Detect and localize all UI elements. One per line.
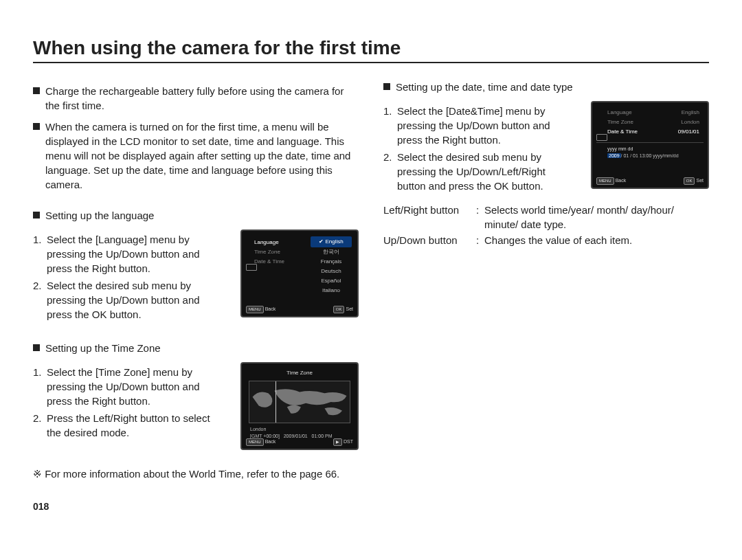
- menu-option-selected: ✔ English: [311, 236, 352, 247]
- bullet-icon: [33, 212, 40, 219]
- step-number: 2.: [33, 278, 47, 322]
- menu-value: 09/01/01: [678, 127, 699, 137]
- play-tag: ▶: [333, 438, 342, 446]
- tz-title: Time Zone: [246, 369, 353, 377]
- menu-item: Language: [254, 238, 284, 247]
- intro-bullet-2: When the camera is turned on for the fir…: [33, 120, 359, 192]
- desc-colon: :: [476, 203, 484, 232]
- dt-step-1: 1. Select the [Date&Time] menu by pressi…: [383, 104, 583, 147]
- desc-colon: :: [476, 233, 484, 247]
- step-text: Select the desired sub menu by pressing …: [47, 278, 232, 322]
- note-text: For more information about the World Tim…: [45, 468, 339, 480]
- menu-item: Date & Time: [254, 257, 284, 267]
- section-language-title: Setting up the language: [45, 208, 154, 223]
- worldtime-note: ※ For more information about the World T…: [33, 467, 359, 481]
- year-field: 2009: [607, 153, 621, 158]
- step-number: 2.: [383, 150, 397, 193]
- menu-option: Español: [311, 276, 352, 286]
- menu-item: Language: [607, 108, 632, 117]
- screenshot-datetime: LanguageEnglish Time ZoneLondon Date & T…: [591, 101, 709, 189]
- step-text: Select the [Language] menu by pressing t…: [47, 232, 232, 276]
- section-timezone: Setting up the Time Zone: [33, 341, 359, 355]
- desc-text: Changes the value of each item.: [484, 233, 709, 247]
- intro-text-1: Charge the rechargeable battery fully be…: [45, 84, 359, 113]
- title-bar: When using the camera for the first time: [33, 37, 709, 63]
- screenshot-language: Language Time Zone Date & Time ✔ English…: [240, 229, 359, 317]
- menu-option: Deutsch: [311, 267, 352, 276]
- section-language: Setting up the language: [33, 208, 359, 223]
- step-number: 2.: [33, 411, 47, 440]
- back-label: Back: [265, 306, 276, 311]
- intro-text-2: When the camera is turned on for the fir…: [45, 120, 359, 192]
- step-number: 1.: [33, 232, 47, 276]
- world-map-icon: [249, 381, 350, 423]
- menu-option: 한국어: [311, 247, 352, 257]
- tz-step-2: 2. Press the Left/Right button to select…: [33, 411, 232, 440]
- step-text: Press the Left/Right button to select th…: [47, 411, 232, 440]
- menu-item: Time Zone: [254, 247, 284, 257]
- intro-bullet-1: Charge the rechargeable battery fully be…: [33, 84, 359, 113]
- menu-value: London: [681, 117, 699, 127]
- map-meridian-line: [276, 381, 276, 423]
- date-values: / 01 / 01 13:00 yyyy/mm/dd: [621, 153, 679, 158]
- tz-step-1: 1. Select the [Time Zone] menu by pressi…: [33, 365, 232, 408]
- back-label: Back: [616, 178, 627, 183]
- menu-tag: MENU: [246, 438, 264, 446]
- lr-button-desc: Left/Right button : Selects world time/y…: [383, 203, 709, 232]
- dt-step-2: 2. Select the desired sub menu by pressi…: [383, 150, 583, 193]
- ud-button-desc: Up/Down button : Changes the value of ea…: [383, 233, 709, 247]
- menu-option: Français: [311, 257, 352, 267]
- desc-text: Selects world time/year/ month/ day/hour…: [484, 203, 709, 232]
- menu-item-selected: Date & Time: [607, 127, 638, 137]
- note-prefix: ※: [33, 468, 45, 480]
- desc-label: Up/Down button: [383, 233, 476, 247]
- desc-label: Left/Right button: [383, 203, 476, 232]
- page-title: When using the camera for the first time: [33, 37, 709, 59]
- menu-tag: MENU: [596, 177, 614, 185]
- lang-step-2: 2. Select the desired sub menu by pressi…: [33, 278, 232, 322]
- menu-tag: MENU: [246, 306, 264, 313]
- step-text: Select the [Date&Time] menu by pressing …: [397, 104, 583, 147]
- step-text: Select the [Time Zone] menu by pressing …: [47, 365, 232, 408]
- tz-city: London: [250, 426, 349, 433]
- page-number: 018: [33, 500, 359, 514]
- menu-item: Time Zone: [607, 117, 633, 127]
- section-datetime-title: Setting up the date, time and date type: [396, 80, 573, 94]
- dst-label: DST: [344, 439, 353, 444]
- bullet-icon: [33, 87, 40, 94]
- step-number: 1.: [33, 365, 47, 408]
- right-column: Setting up the date, time and date type …: [383, 80, 709, 514]
- left-column: Charge the rechargeable battery fully be…: [33, 80, 359, 514]
- section-timezone-title: Setting up the Time Zone: [45, 341, 161, 355]
- date-format-line: yyyy mm dd: [607, 146, 704, 153]
- set-label: Set: [346, 306, 353, 311]
- bullet-icon: [33, 123, 40, 130]
- step-number: 1.: [383, 104, 397, 147]
- menu-option: Italiano: [311, 286, 352, 295]
- menu-value: English: [682, 108, 699, 117]
- ok-tag: OK: [684, 177, 695, 185]
- battery-icon: [596, 134, 607, 141]
- back-label: Back: [265, 439, 276, 444]
- lang-step-1: 1. Select the [Language] menu by pressin…: [33, 232, 232, 276]
- section-datetime: Setting up the date, time and date type: [383, 80, 709, 94]
- check-icon: ✔: [319, 238, 324, 245]
- set-label: Set: [696, 178, 704, 183]
- bullet-icon: [33, 344, 40, 351]
- screenshot-timezone: Time Zone London [GMT +00:00]: [240, 362, 359, 450]
- ok-tag: OK: [333, 306, 345, 313]
- bullet-icon: [383, 83, 390, 90]
- step-text: Select the desired sub menu by pressing …: [397, 150, 583, 193]
